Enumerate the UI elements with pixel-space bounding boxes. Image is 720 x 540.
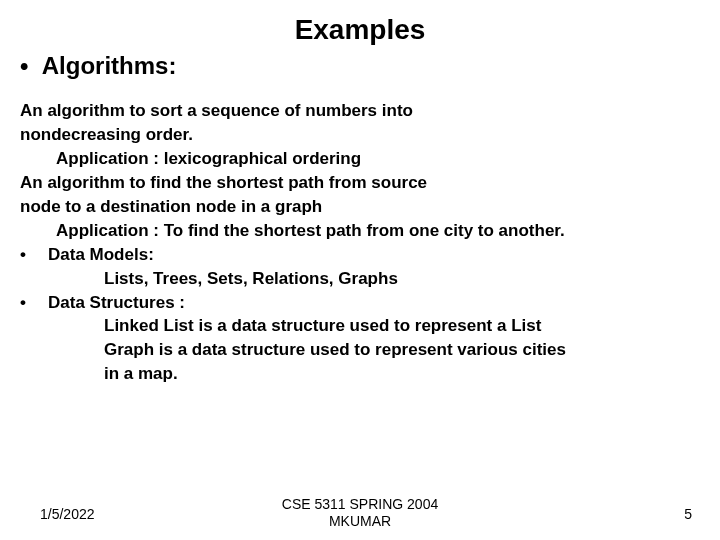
bullet-icon: • [20, 244, 48, 267]
body-line-indent: Lists, Trees, Sets, Relations, Graphs [20, 268, 700, 291]
footer-course: CSE 5311 SPRING 2004 MKUMAR [0, 496, 720, 530]
bullet-text: Data Structures : [48, 293, 185, 312]
slide-subheading: • Algorithms: [20, 52, 700, 80]
bullet-item: •Data Models: [20, 244, 700, 267]
slide-title: Examples [20, 14, 700, 46]
body-line: An algorithm to find the shortest path f… [20, 172, 700, 195]
body-line: node to a destination node in a graph [20, 196, 700, 219]
body-line-indent: in a map. [20, 363, 700, 386]
bullet-icon: • [20, 292, 48, 315]
footer-page-number: 5 [684, 506, 692, 522]
body-line-indent: Graph is a data structure used to repres… [20, 339, 700, 362]
footer-course-line2: MKUMAR [329, 513, 391, 529]
bullet-text: Data Models: [48, 245, 154, 264]
body-line: nondecreasing order. [20, 124, 700, 147]
bullet-item: •Data Structures : [20, 292, 700, 315]
footer-course-line1: CSE 5311 SPRING 2004 [282, 496, 438, 512]
subheading-text: Algorithms: [42, 52, 177, 79]
bullet-icon: • [20, 52, 36, 80]
slide-body: An algorithm to sort a sequence of numbe… [20, 100, 700, 386]
body-line-indent: Application : To find the shortest path … [20, 220, 700, 243]
body-line-indent: Application : lexicographical ordering [20, 148, 700, 171]
body-line: An algorithm to sort a sequence of numbe… [20, 100, 700, 123]
body-line-indent: Linked List is a data structure used to … [20, 315, 700, 338]
